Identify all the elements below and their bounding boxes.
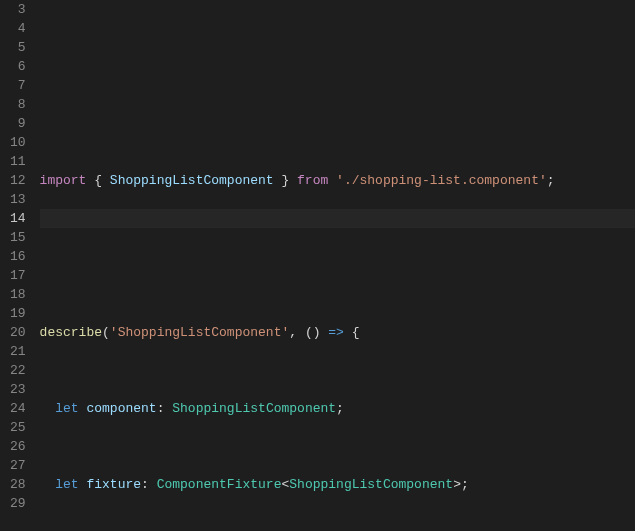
line-number: 15 [10, 228, 26, 247]
line-number: 24 [10, 399, 26, 418]
line-number: 17 [10, 266, 26, 285]
string-literal: 'ShoppingListComponent' [110, 325, 289, 340]
line-number: 19 [10, 304, 26, 323]
line-number: 11 [10, 152, 26, 171]
line-number: 21 [10, 342, 26, 361]
line-number: 16 [10, 247, 26, 266]
line-number: 10 [10, 133, 26, 152]
identifier: ShoppingListComponent [110, 173, 274, 188]
line-number: 25 [10, 418, 26, 437]
identifier: component [86, 401, 156, 416]
keyword-let: let [55, 477, 78, 492]
code-line[interactable]: import { ShoppingListComponent } from '.… [40, 171, 635, 190]
type-ref: ShoppingListComponent [289, 477, 453, 492]
identifier: fixture [86, 477, 141, 492]
line-number: 22 [10, 361, 26, 380]
active-line-highlight [40, 209, 635, 228]
keyword-let: let [55, 401, 78, 416]
line-number: 8 [10, 95, 26, 114]
line-number: 4 [10, 19, 26, 38]
line-number: 6 [10, 57, 26, 76]
code-line[interactable]: let fixture: ComponentFixture<ShoppingLi… [40, 475, 635, 494]
code-line[interactable]: let component: ShoppingListComponent; [40, 399, 635, 418]
keyword-from: from [297, 173, 328, 188]
line-number: 9 [10, 114, 26, 133]
code-line[interactable]: describe('ShoppingListComponent', () => … [40, 323, 635, 342]
line-number: 7 [10, 76, 26, 95]
line-number: 26 [10, 437, 26, 456]
line-number: 13 [10, 190, 26, 209]
line-number: 12 [10, 171, 26, 190]
string-literal: './shopping-list.component' [336, 173, 547, 188]
line-number: 29 [10, 494, 26, 513]
code-line[interactable] [40, 247, 635, 266]
line-number: 20 [10, 323, 26, 342]
code-line[interactable] [40, 95, 635, 114]
line-number: 14 [10, 209, 26, 228]
line-number-gutter: 3456789101112131415161718192021222324252… [0, 0, 40, 531]
code-editor[interactable]: 3456789101112131415161718192021222324252… [0, 0, 635, 531]
type-ref: ShoppingListComponent [172, 401, 336, 416]
line-number: 18 [10, 285, 26, 304]
line-number: 27 [10, 456, 26, 475]
line-number: 28 [10, 475, 26, 494]
type-ref: ComponentFixture [157, 477, 282, 492]
line-number: 3 [10, 0, 26, 19]
code-area[interactable]: import { ShoppingListComponent } from '.… [40, 0, 635, 531]
keyword-import: import [40, 173, 87, 188]
line-number: 23 [10, 380, 26, 399]
call-describe: describe [40, 325, 102, 340]
line-number: 5 [10, 38, 26, 57]
